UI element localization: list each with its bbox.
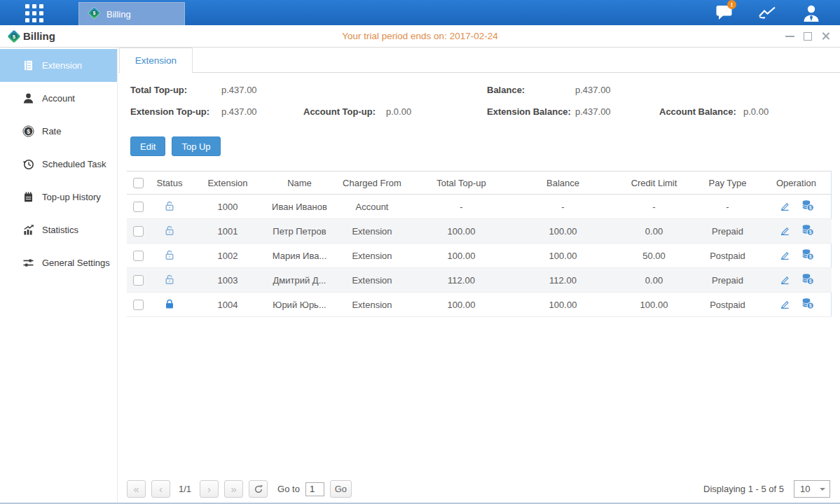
go-button[interactable]: Go [330, 480, 352, 498]
svg-text:$: $ [808, 303, 811, 309]
tab-extension[interactable]: Extension [119, 48, 193, 73]
notebook-icon [22, 191, 34, 203]
goto-page-input[interactable] [305, 482, 324, 496]
sidebar-item-topup-history[interactable]: Top-up History [0, 181, 117, 214]
prev-page-button[interactable]: ‹ [151, 480, 170, 498]
app-grid-icon[interactable] [25, 4, 43, 22]
tab-strip: Extension [118, 48, 840, 73]
cell-credit-limit: 0.00 [614, 219, 694, 244]
cell-credit-limit: - [614, 195, 694, 219]
svg-text:$: $ [808, 230, 811, 235]
cell-credit-limit: 0.00 [614, 268, 694, 293]
cell-charged-from: Extension [333, 268, 411, 293]
table-header-row: Status Extension Name Charged From Total… [127, 172, 832, 195]
topup-coins-icon[interactable]: $ [801, 273, 814, 285]
row-checkbox[interactable] [133, 251, 144, 261]
sidebar-item-general-settings[interactable]: General Settings [0, 246, 117, 279]
cell-extension: 1003 [190, 268, 266, 293]
page-size-value: 10 [800, 484, 810, 494]
svg-text:$: $ [808, 254, 811, 260]
topup-coins-icon[interactable]: $ [801, 298, 814, 309]
chat-icon[interactable]: ! [714, 3, 735, 22]
select-all-checkbox[interactable] [133, 178, 144, 188]
edit-icon[interactable] [779, 274, 790, 285]
extension-balance-label: Extension Balance: [487, 106, 571, 117]
topup-coins-icon[interactable]: $ [801, 200, 814, 211]
clock-history-icon [22, 158, 34, 170]
row-checkbox[interactable] [133, 226, 144, 237]
next-page-button[interactable]: › [200, 480, 219, 498]
close-icon[interactable] [821, 31, 830, 41]
goto-label: Go to [277, 484, 300, 494]
cell-total-topup: 100.00 [411, 293, 512, 317]
cell-name: Дмитрий Д... [266, 268, 333, 293]
svg-text:$: $ [808, 205, 811, 211]
cell-credit-limit: 100.00 [614, 293, 694, 317]
svg-text:$: $ [27, 128, 30, 135]
person-icon [22, 92, 34, 104]
column-status: Status [149, 172, 190, 195]
user-icon[interactable] [801, 3, 822, 22]
edit-button[interactable]: Edit [130, 136, 165, 156]
svg-text:$: $ [93, 10, 96, 16]
edit-icon[interactable] [779, 249, 790, 260]
cell-name: Мария Ива... [266, 244, 333, 268]
extensions-table: Status Extension Name Charged From Total… [127, 171, 832, 317]
cell-extension: 1002 [190, 244, 266, 268]
sidebar-item-statistics[interactable]: Statistics [0, 214, 117, 246]
sidebar-item-scheduled-task[interactable]: Scheduled Task [0, 148, 117, 181]
minimize-icon[interactable] [785, 36, 794, 37]
window-title-bar: $ Billing Your trial period ends on: 201… [0, 25, 840, 48]
edit-icon[interactable] [779, 200, 790, 211]
status-unlocked-icon [164, 225, 175, 236]
cell-pay-type: Postpaid [694, 244, 761, 268]
sidebar-item-label: General Settings [42, 258, 110, 268]
sliders-icon [22, 257, 34, 269]
edit-icon[interactable] [779, 298, 790, 309]
sidebar-item-account[interactable]: Account [0, 82, 117, 115]
displaying-status: Displaying 1 - 5 of 5 [703, 484, 784, 494]
refresh-icon [254, 484, 263, 494]
last-page-button[interactable]: » [224, 480, 243, 498]
sidebar-item-label: Top-up History [42, 192, 101, 202]
column-credit-limit: Credit Limit [614, 172, 694, 195]
column-total-topup: Total Top-up [411, 172, 512, 195]
cell-charged-from: Extension [333, 244, 411, 268]
row-checkbox[interactable] [133, 202, 144, 212]
account-balance-value: p.0.00 [743, 106, 769, 117]
status-unlocked-icon [164, 249, 175, 260]
sidebar-item-extension[interactable]: Extension [0, 49, 117, 82]
maximize-icon[interactable] [804, 32, 812, 41]
top-up-button[interactable]: Top Up [172, 136, 220, 156]
cell-total-topup: 100.00 [411, 244, 512, 268]
line-chart-icon[interactable] [757, 3, 778, 22]
topbar-tab-label: Billing [106, 9, 131, 20]
topup-coins-icon[interactable]: $ [801, 224, 814, 236]
extension-topup-value: p.437.00 [221, 106, 257, 117]
cell-pay-type: - [694, 195, 761, 219]
table-row: 1001 Петр Петров Extension 100.00 100.00… [127, 219, 832, 244]
column-name: Name [266, 172, 333, 195]
cell-pay-type: Postpaid [694, 293, 761, 317]
cell-total-topup: 100.00 [411, 219, 512, 244]
sidebar-item-label: Statistics [42, 225, 78, 235]
cell-name: Иван Иванов [266, 195, 333, 219]
extension-topup-label: Extension Top-up: [130, 106, 209, 117]
cell-charged-from: Extension [333, 293, 411, 317]
sidebar-item-rate[interactable]: $ Rate [0, 115, 117, 148]
sidebar-item-label: Extension [42, 60, 82, 71]
cell-balance: 100.00 [512, 293, 614, 317]
topup-coins-icon[interactable]: $ [801, 248, 814, 260]
refresh-button[interactable] [249, 480, 268, 498]
svg-text:$: $ [808, 279, 811, 284]
first-page-button[interactable]: « [127, 480, 146, 498]
page-size-select[interactable]: 10 [794, 480, 830, 498]
cell-total-topup: 112.00 [411, 268, 512, 293]
main-content: Extension Total Top-up: p.437.00 Balance… [118, 48, 840, 504]
edit-icon[interactable] [779, 225, 790, 236]
row-checkbox[interactable] [133, 275, 144, 286]
cell-balance: 100.00 [512, 244, 614, 268]
topbar-billing-tab[interactable]: $ Billing [78, 2, 185, 25]
bar-chart-icon [22, 224, 34, 236]
row-checkbox[interactable] [133, 300, 144, 310]
